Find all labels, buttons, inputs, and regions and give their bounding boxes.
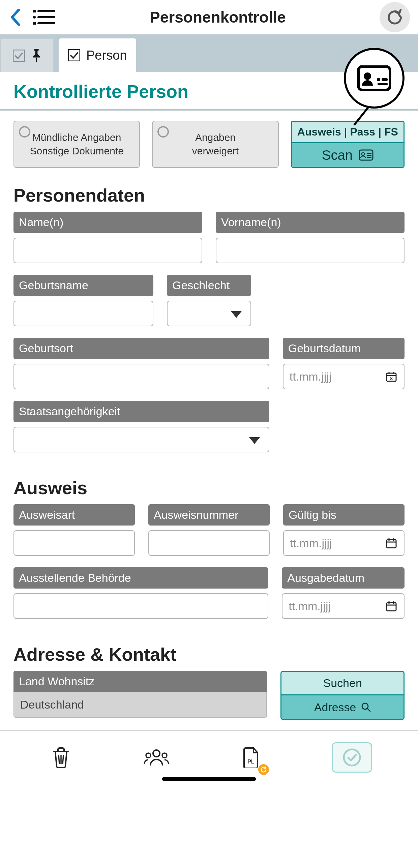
scan-icon xyxy=(359,149,374,161)
checkbox-icon xyxy=(68,49,80,61)
svg-rect-7 xyxy=(36,58,37,62)
id-card-icon xyxy=(357,65,391,91)
option-refused[interactable]: Angaben verweigert xyxy=(152,121,278,168)
date-placeholder: tt.mm.jjjj xyxy=(290,537,332,550)
date-placeholder: tt.mm.jjjj xyxy=(289,600,331,613)
label-geburtsname: Geburtsname xyxy=(13,275,153,296)
svg-rect-30 xyxy=(387,603,396,611)
calendar-icon xyxy=(386,371,397,382)
tab-person[interactable]: Person xyxy=(59,38,136,72)
sync-badge-icon xyxy=(257,763,270,776)
svg-point-11 xyxy=(377,78,380,81)
scan-types: Ausweis | Pass | FS xyxy=(292,122,404,143)
option-line: verweigert xyxy=(192,144,239,158)
svg-point-16 xyxy=(362,153,364,155)
svg-text:PL: PL xyxy=(247,759,255,765)
input-geburtsdatum[interactable]: tt.mm.jjjj xyxy=(283,364,405,389)
svg-point-43 xyxy=(344,749,360,766)
option-line: Angaben xyxy=(192,131,239,145)
pin-icon xyxy=(32,49,41,62)
label-gueltig: Gültig bis xyxy=(283,504,405,526)
input-geburtsort[interactable] xyxy=(13,364,269,389)
people-button[interactable] xyxy=(141,742,172,773)
svg-rect-20 xyxy=(387,373,396,381)
svg-point-40 xyxy=(146,753,151,758)
subsection-personendaten: Personendaten xyxy=(0,171,418,212)
scan-box[interactable]: Ausweis | Pass | FS Scan xyxy=(291,121,405,168)
svg-rect-0 xyxy=(33,10,36,12)
search-icon xyxy=(361,702,371,712)
people-icon xyxy=(144,748,169,767)
refresh-button[interactable] xyxy=(380,2,410,32)
input-ausweisnummer[interactable] xyxy=(148,530,270,556)
tab-label: Person xyxy=(86,48,127,63)
label-ausweisnummer: Ausweisnummer xyxy=(148,504,270,526)
svg-rect-8 xyxy=(68,50,80,61)
svg-point-41 xyxy=(162,753,167,758)
svg-line-36 xyxy=(59,755,59,764)
label-ausgabe: Ausgabedatum xyxy=(282,567,405,589)
select-geschlecht[interactable] xyxy=(167,301,251,326)
input-behoerde[interactable] xyxy=(13,593,268,619)
search-address-button[interactable]: Suchen Adresse xyxy=(280,671,405,720)
checkbox-icon xyxy=(13,50,25,62)
address-label: Adresse xyxy=(314,701,356,714)
list-menu-button[interactable] xyxy=(32,7,56,27)
value-land[interactable]: Deutschland xyxy=(13,692,267,718)
svg-rect-13 xyxy=(378,83,388,85)
back-button[interactable] xyxy=(8,10,23,25)
document-sync-button[interactable]: PL xyxy=(236,742,267,773)
input-gueltig[interactable]: tt.mm.jjjj xyxy=(283,530,405,556)
select-staatsang[interactable] xyxy=(13,427,269,452)
option-line: Mündliche Angaben xyxy=(30,131,124,145)
scan-button[interactable]: Scan xyxy=(292,143,404,167)
input-vorname[interactable] xyxy=(216,238,405,263)
id-card-button[interactable] xyxy=(344,48,405,109)
label-vorname: Vorname(n) xyxy=(216,212,405,233)
option-verbal[interactable]: Mündliche Angaben Sonstige Dokumente xyxy=(13,121,140,168)
search-label: Suchen xyxy=(281,672,404,695)
bottom-toolbar: PL xyxy=(0,730,418,784)
label-land: Land Wohnsitz xyxy=(13,671,267,692)
svg-rect-12 xyxy=(382,78,388,81)
trash-icon xyxy=(51,747,71,768)
radio-icon xyxy=(157,126,169,138)
label-staatsang: Staatsangehörigkeit xyxy=(13,401,269,422)
label-geburtsort: Geburtsort xyxy=(13,338,269,359)
page-title: Personenkontrolle xyxy=(56,8,380,26)
option-line: Sonstige Dokumente xyxy=(30,144,124,158)
calendar-icon xyxy=(386,537,397,549)
calendar-icon xyxy=(386,600,397,612)
label-behoerde: Ausstellende Behörde xyxy=(13,567,268,589)
svg-rect-6 xyxy=(13,50,25,61)
label-geburtsdatum: Geburtsdatum xyxy=(283,338,405,359)
input-ausgabe[interactable]: tt.mm.jjjj xyxy=(282,593,405,619)
home-indicator xyxy=(162,777,256,781)
input-geburtsname[interactable] xyxy=(13,301,153,326)
label-geschlecht: Geschlecht xyxy=(167,275,251,296)
done-check-icon xyxy=(343,748,361,767)
label-ausweisart: Ausweisart xyxy=(13,504,135,526)
svg-line-35 xyxy=(367,709,370,711)
svg-rect-4 xyxy=(33,22,36,25)
input-ausweisart[interactable] xyxy=(13,530,135,556)
pinned-tab[interactable] xyxy=(0,38,54,72)
delete-button[interactable] xyxy=(46,742,76,773)
input-name[interactable] xyxy=(13,238,202,263)
subsection-adresse: Adresse & Kontakt xyxy=(0,630,418,671)
svg-point-10 xyxy=(364,72,371,80)
svg-point-39 xyxy=(153,750,160,757)
document-icon: PL xyxy=(243,747,260,768)
svg-rect-26 xyxy=(387,540,396,548)
scan-label: Scan xyxy=(322,148,353,163)
label-name: Name(n) xyxy=(13,212,202,233)
subsection-ausweis: Ausweis xyxy=(0,464,418,504)
svg-line-38 xyxy=(63,755,63,764)
svg-point-2 xyxy=(33,16,36,19)
done-button[interactable] xyxy=(332,742,372,773)
date-placeholder: tt.mm.jjjj xyxy=(290,370,332,383)
radio-icon xyxy=(19,126,30,138)
